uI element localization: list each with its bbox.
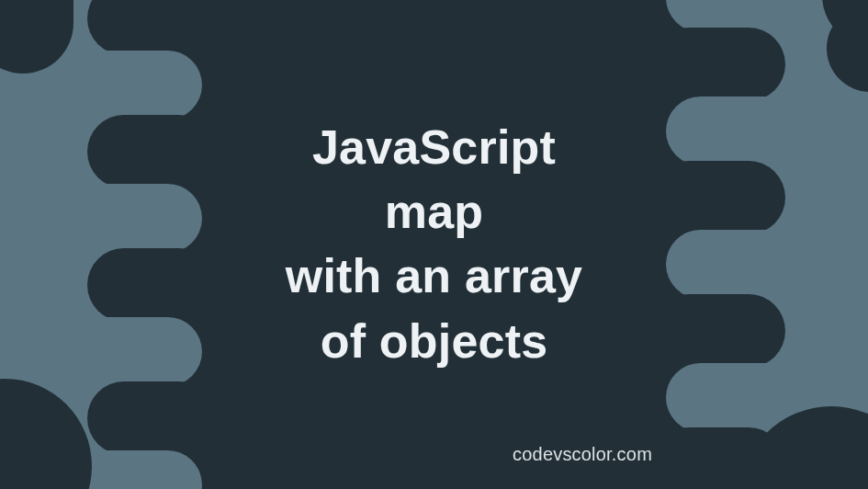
dark-bump [87,381,216,455]
title-line-1: JavaScript [177,115,692,179]
dark-bump [87,0,216,55]
dark-decor-blob [0,379,92,489]
light-notch [55,51,202,119]
title-line-3: with an array [177,244,692,308]
footer-link-text: codevscolor.com [513,444,652,465]
dark-bump [652,28,785,101]
title-text: JavaScript map with an array of objects [177,115,692,373]
thumbnail-canvas: JavaScript map with an array of objects … [0,0,868,489]
title-line-2: map [177,179,692,244]
title-line-4: of objects [177,309,692,373]
